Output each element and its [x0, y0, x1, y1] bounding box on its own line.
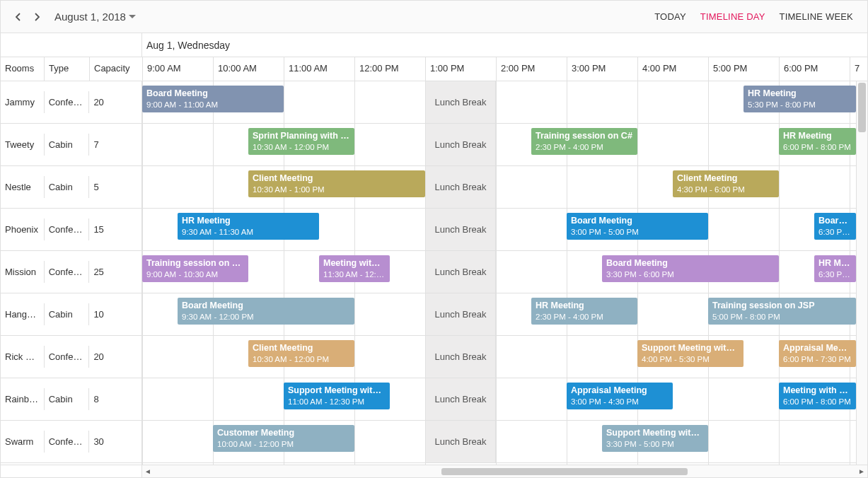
view-button-week[interactable]: TIMELINE WEEK: [772, 7, 860, 26]
caret-down-icon: [129, 15, 136, 19]
appointment[interactable]: Client Meeting10:30 AM - 12:00 PM: [248, 340, 354, 367]
hscroll-left-arrow[interactable]: ◄: [142, 467, 154, 475]
hour-header: 5:00 PM: [709, 57, 780, 81]
appointment-time: 3:00 PM - 5:00 PM: [571, 227, 704, 237]
resource-cell-type: Cabin: [45, 388, 90, 410]
hscroll-right-arrow[interactable]: ►: [856, 467, 867, 475]
hour-header: 7: [850, 57, 868, 81]
hour-header: 2:00 PM: [497, 57, 567, 81]
appointment[interactable]: Meeting with …11:30 AM - 12:3…: [319, 255, 390, 282]
appointment[interactable]: Sprint Planning with T…10:30 AM - 12:00 …: [248, 128, 354, 155]
appointment-time: 3:30 PM - 6:00 PM: [606, 269, 775, 279]
appointment-time: 3:30 PM - 5:00 PM: [606, 439, 704, 449]
appointment-title: Training session on JSP: [712, 301, 852, 312]
timeline-row[interactable]: Lunch BreakClient Meeting10:30 AM - 12:0…: [142, 336, 867, 378]
resource-cell-capacity: 8: [89, 388, 141, 410]
appointment-title: Training session on C#: [536, 131, 633, 142]
timeline-row[interactable]: Lunch BreakSupport Meeting with …11:00 A…: [142, 378, 867, 421]
appointment[interactable]: Board Me…6:30 PM - 8…: [814, 213, 856, 240]
appointment[interactable]: Support Meeting with …3:30 PM - 5:00 PM: [602, 425, 708, 452]
horizontal-scroll-thumb[interactable]: [441, 468, 688, 475]
timeline-row[interactable]: Lunch BreakBoard Meeting9:30 AM - 12:00 …: [142, 293, 867, 336]
appointment-time: 9:00 AM - 11:00 AM: [146, 100, 279, 110]
appointment[interactable]: Training session on Vue9:00 AM - 10:30 A…: [142, 255, 248, 282]
resource-header-type[interactable]: Type: [45, 57, 90, 81]
date-header-row: Aug 1, Wednesday: [1, 33, 867, 57]
appointment-time: 6:00 PM - 8:00 PM: [783, 397, 852, 407]
timeline-row[interactable]: Lunch BreakBoard Meeting9:00 AM - 11:00 …: [142, 81, 867, 124]
resource-cell-capacity: 25: [89, 261, 141, 283]
appointment[interactable]: Appraisal Meeting6:00 PM - 7:30 PM: [779, 340, 856, 367]
appointment-time: 2:30 PM - 4:00 PM: [536, 142, 633, 152]
lunch-break-cell: Lunch Break: [425, 251, 496, 293]
appointment-time: 4:30 PM - 6:00 PM: [677, 185, 775, 194]
resource-cell-type: Conferen…: [45, 346, 90, 368]
resource-cell-capacity: 15: [89, 218, 141, 240]
timeline-row[interactable]: Lunch BreakSprint Planning with T…10:30 …: [142, 124, 867, 166]
timeline-row[interactable]: Lunch BreakCustomer Meeting10:00 AM - 12…: [142, 421, 867, 463]
appointment[interactable]: HR Meeting9:30 AM - 11:30 AM: [178, 213, 319, 240]
resource-row: NestleCabin5: [1, 166, 141, 209]
lunch-break-cell: Lunch Break: [425, 421, 496, 462]
appointment[interactable]: Training session on JSP5:00 PM - 8:00 PM: [708, 298, 856, 325]
timeline-row[interactable]: Lunch BreakTraining session on Vue9:00 A…: [142, 251, 867, 293]
lunch-break-cell: Lunch Break: [425, 293, 496, 335]
timeline-row[interactable]: Lunch BreakClient Meeting10:30 AM - 1:00…: [142, 166, 867, 209]
appointment[interactable]: HR Meeting5:30 PM - 8:00 PM: [743, 86, 856, 112]
resource-cell-type: Conferen…: [45, 261, 90, 283]
appointment-time: 5:30 PM - 8:00 PM: [748, 100, 852, 110]
vertical-scrollbar[interactable]: [856, 81, 867, 465]
today-button[interactable]: TODAY: [647, 7, 693, 26]
appointment-title: Appraisal Meeting: [783, 343, 852, 354]
appointment[interactable]: HR Meeting6:00 PM - 8:00 PM: [779, 128, 856, 155]
appointment[interactable]: Client Meeting10:30 AM - 1:00 PM: [248, 170, 425, 197]
appointment-time: 10:00 AM - 12:00 PM: [217, 439, 350, 449]
appointment[interactable]: Training session on C#2:30 PM - 4:00 PM: [531, 128, 637, 155]
appointment-title: Meeting with …: [323, 258, 386, 269]
resource-row: RainbowCabin8: [1, 378, 141, 421]
resource-cell-name: Nestle: [1, 176, 45, 198]
resource-cell-name: Rainbow: [1, 388, 45, 410]
appointment[interactable]: Meeting with Clien…6:00 PM - 8:00 PM: [779, 383, 856, 409]
appointment[interactable]: Board Meeting9:30 AM - 12:00 PM: [178, 298, 354, 325]
resource-cell-type: Cabin: [45, 134, 90, 156]
resource-cell-name: Mission: [1, 261, 45, 283]
date-range-label: August 1, 2018: [54, 11, 126, 23]
hour-header: 10:00 AM: [214, 57, 284, 81]
appointment[interactable]: Customer Meeting10:00 AM - 12:00 PM: [213, 425, 354, 452]
appointment[interactable]: Board Meeting3:00 PM - 5:00 PM: [567, 213, 708, 240]
chevron-left-icon: [15, 13, 21, 21]
appointment-time: 4:00 PM - 5:30 PM: [642, 354, 739, 364]
resource-row: MissionConferen…25: [1, 251, 141, 293]
appointment[interactable]: Support Meeting with …4:00 PM - 5:30 PM: [637, 340, 743, 367]
resource-header-capacity[interactable]: Capacity: [90, 57, 142, 81]
appointment-time: 9:00 AM - 10:30 AM: [146, 269, 244, 279]
view-button-day[interactable]: TIMELINE DAY: [693, 7, 772, 26]
resource-row: JammyConferen…20: [1, 81, 141, 124]
appointment[interactable]: Appraisal Meeting3:00 PM - 4:30 PM: [567, 383, 673, 409]
resource-cell-capacity: 10: [89, 303, 141, 325]
date-range-picker[interactable]: August 1, 2018: [54, 11, 136, 23]
appointment[interactable]: Board Meeting3:30 PM - 6:00 PM: [602, 255, 779, 282]
appointment[interactable]: Support Meeting with …11:00 AM - 12:30 P…: [284, 383, 390, 409]
appointment-time: 5:00 PM - 8:00 PM: [712, 312, 852, 322]
hour-header: 6:00 PM: [780, 57, 850, 81]
appointment-title: Support Meeting with …: [642, 343, 739, 354]
appointment[interactable]: Board Meeting9:00 AM - 11:00 AM: [142, 86, 284, 112]
appointment[interactable]: HR Meeting2:30 PM - 4:00 PM: [531, 298, 637, 325]
vertical-scroll-thumb[interactable]: [858, 83, 866, 132]
resource-cell-type: Conferen…: [45, 431, 90, 453]
appointment[interactable]: Client Meeting4:30 PM - 6:00 PM: [673, 170, 779, 197]
hour-header: 9:00 AM: [143, 57, 214, 81]
appointment-title: Board Meeting: [571, 216, 704, 227]
appointment-title: Training session on Vue: [146, 258, 244, 269]
appointment-title: Appraisal Meeting: [571, 385, 669, 397]
resource-header-rooms[interactable]: Rooms: [1, 57, 45, 81]
prev-button[interactable]: [8, 7, 28, 27]
timeline-row[interactable]: Lunch BreakHR Meeting9:30 AM - 11:30 AMB…: [142, 209, 867, 251]
next-button[interactable]: [28, 7, 47, 27]
appointment-time: 6:00 PM - 8:00 PM: [783, 142, 852, 152]
horizontal-scrollbar[interactable]: ◄ ►: [142, 465, 867, 477]
appointment[interactable]: HR Meeti…6:30 PM - 8…: [814, 255, 856, 282]
resource-cell-name: Phoenix: [1, 218, 45, 240]
